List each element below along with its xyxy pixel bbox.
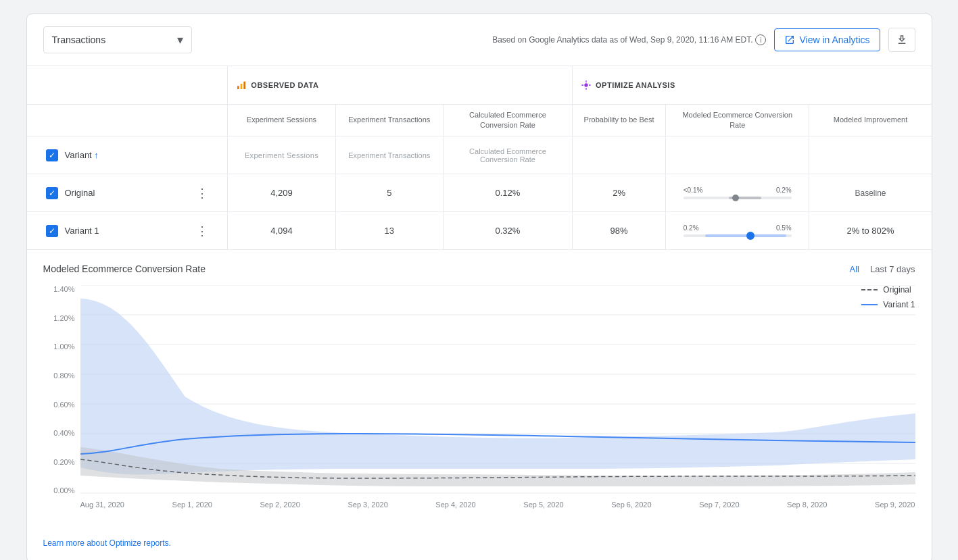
observed-section-header-cell: OBSERVED DATA [228, 66, 573, 104]
variant1-name: Variant 1 [65, 226, 99, 236]
analytics-info: Based on Google Analytics data as of Wed… [492, 34, 766, 45]
variant-header-modeled [666, 136, 809, 174]
optimize-section-header-cell: OPTIMIZE ANALYSIS [573, 66, 932, 104]
th-probability: Probability to be Best [573, 104, 666, 136]
observed-section-label: OBSERVED DATA [228, 74, 572, 96]
original-transactions: 5 [335, 174, 443, 212]
footer: Learn more about Optimize reports. [27, 528, 932, 560]
optimize-icon [581, 80, 592, 91]
y-label-140: 1.40% [53, 285, 74, 293]
variant1-calc-conversion: 0.32% [443, 212, 572, 250]
chart-section: Modeled Ecommerce Conversion Rate All La… [27, 250, 932, 528]
x-label-sep7: Sep 7, 2020 [699, 501, 739, 509]
data-table: OBSERVED DATA OPTIMIZE ANALYSIS [27, 66, 932, 250]
th-transactions: Experiment Transactions [335, 104, 443, 136]
variant1-slider-fill [705, 234, 786, 237]
original-slider-max: 0.2% [776, 186, 792, 194]
th-calc-conversion: Calculated Ecommerce Conversion Rate [443, 104, 572, 136]
original-slider-min: <0.1% [684, 186, 703, 194]
learn-more-link[interactable]: Learn more about Optimize reports. [43, 538, 171, 548]
table-row: ✓ Variant 1 ⋮ 4,094 13 0.32% 98% 0.2% 0.… [27, 212, 932, 250]
empty-header-cell [27, 66, 228, 104]
original-modeled-conversion: <0.1% 0.2% [666, 174, 809, 212]
svg-rect-0 [237, 86, 239, 89]
main-card: Transactions ▾ Based on Google Analytics… [26, 14, 932, 560]
variant1-more-menu[interactable]: ⋮ [196, 224, 208, 238]
y-label-100: 1.00% [53, 342, 74, 351]
x-label-sep8: Sep 8, 2020 [787, 501, 827, 509]
svg-rect-1 [241, 84, 243, 89]
y-label-040: 0.40% [53, 429, 74, 437]
variant1-improvement: 2% to 802% [809, 212, 932, 250]
variant1-probability: 98% [573, 212, 666, 250]
original-variant-cell: ✓ Original ⋮ [27, 174, 228, 212]
original-probability: 2% [573, 174, 666, 212]
original-checkbox[interactable]: ✓ [46, 187, 58, 199]
variant-header-prob [573, 136, 666, 174]
variant-header-cell: ✓ Variant ↑ [27, 136, 228, 174]
original-more-menu[interactable]: ⋮ [196, 186, 208, 201]
y-label-020: 0.20% [53, 458, 74, 466]
chart-svg [80, 285, 915, 494]
variant-header-calc: Calculated Ecommerce Conversion Rate [443, 136, 572, 174]
x-label-sep4: Sep 4, 2020 [435, 501, 475, 509]
variant1-confidence-band [80, 299, 915, 474]
y-label-120: 1.20% [53, 314, 74, 322]
card-header: Transactions ▾ Based on Google Analytics… [27, 14, 932, 66]
x-label-aug31: Aug 31, 2020 [80, 501, 124, 509]
variant1-transactions: 13 [335, 212, 443, 250]
variant1-slider-thumb [746, 232, 755, 240]
y-label-000: 0.00% [53, 486, 74, 494]
chevron-down-icon: ▾ [177, 32, 183, 47]
original-name: Original [65, 188, 95, 198]
column-header-row: Experiment Sessions Experiment Transacti… [27, 104, 932, 136]
header-right: Based on Google Analytics data as of Wed… [492, 28, 915, 52]
variant1-slider-max: 0.5% [776, 224, 792, 232]
original-slider-thumb [732, 195, 739, 201]
bar-chart-icon [236, 80, 247, 91]
variant-header-name: Variant ↑ [65, 150, 99, 160]
table-row: ✓ Variant ↑ Experiment Sessions Experime… [27, 136, 932, 174]
variant1-slider-min: 0.2% [684, 224, 699, 232]
x-label-sep3: Sep 3, 2020 [348, 501, 387, 509]
section-header-row: OBSERVED DATA OPTIMIZE ANALYSIS [27, 66, 932, 104]
original-calc-conversion: 0.12% [443, 174, 572, 212]
x-label-sep5: Sep 5, 2020 [523, 501, 563, 509]
variant1-modeled-conversion: 0.2% 0.5% [666, 212, 809, 250]
x-label-sep2: Sep 2, 2020 [260, 501, 300, 509]
variant-checkbox[interactable]: ✓ [46, 149, 58, 161]
time-all-button[interactable]: All [850, 264, 859, 274]
variant1-checkbox[interactable]: ✓ [46, 225, 58, 237]
svg-point-3 [584, 83, 588, 86]
dropdown-label: Transactions [52, 34, 106, 45]
svg-rect-2 [244, 81, 246, 88]
x-label-sep1: Sep 1, 2020 [172, 501, 212, 509]
variant1-slider-track [684, 234, 792, 237]
time-last7-button[interactable]: Last 7 days [870, 264, 915, 274]
download-button[interactable] [888, 28, 915, 52]
th-variant [27, 104, 228, 136]
variant-header-tx: Experiment Transactions [335, 136, 443, 174]
view-in-analytics-button[interactable]: View in Analytics [774, 28, 880, 51]
metric-dropdown[interactable]: Transactions ▾ [43, 26, 192, 53]
chart-header: Modeled Ecommerce Conversion Rate All La… [43, 263, 915, 274]
info-icon[interactable]: i [755, 34, 766, 45]
y-label-060: 0.60% [53, 401, 74, 409]
original-slider-track [684, 197, 792, 199]
th-modeled-conversion: Modeled Ecommerce Conversion Rate [666, 104, 809, 136]
th-sessions: Experiment Sessions [228, 104, 335, 136]
y-axis: 1.40% 1.20% 1.00% 0.80% 0.60% 0.40% 0.20… [43, 285, 80, 494]
chart-title: Modeled Ecommerce Conversion Rate [43, 263, 206, 274]
original-sessions: 4,209 [228, 174, 335, 212]
x-label-sep6: Sep 6, 2020 [611, 501, 651, 509]
chart-plot [80, 285, 915, 494]
x-axis: Aug 31, 2020 Sep 1, 2020 Sep 2, 2020 Sep… [80, 494, 915, 515]
th-modeled-improvement: Modeled Improvement [809, 104, 932, 136]
optimize-section-label: OPTIMIZE ANALYSIS [573, 74, 931, 96]
chart-wrapper: Original Variant 1 1.40% 1.20% 1.00% 0.8… [43, 285, 915, 515]
variant-header-improvement [809, 136, 932, 174]
x-label-sep9: Sep 9, 2020 [875, 501, 915, 509]
download-icon [896, 34, 908, 46]
original-improvement: Baseline [809, 174, 932, 212]
chart-time-controls: All Last 7 days [850, 264, 915, 274]
